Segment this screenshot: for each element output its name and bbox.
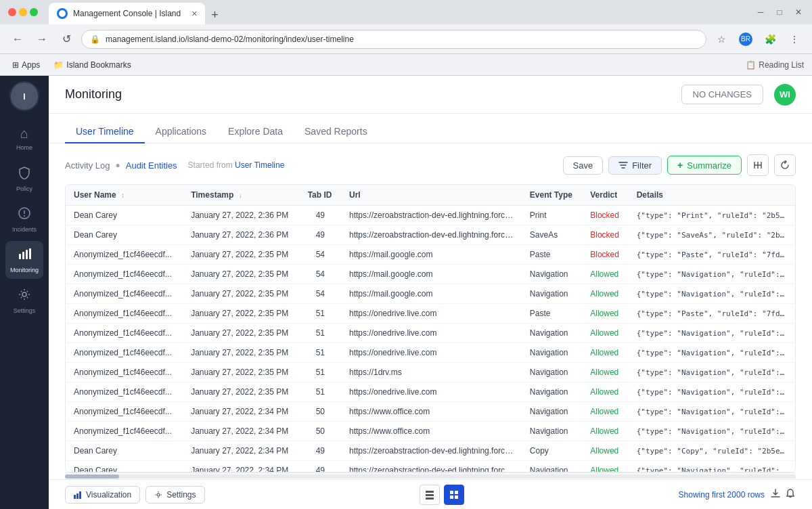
page-header: Monitoring NO CHANGES WI (49, 76, 812, 114)
summarize-label: Summarize (687, 160, 731, 171)
sidebar-item-home[interactable]: ⌂ Home (5, 119, 43, 157)
breadcrumb-started-label: Started from User Timeline (188, 160, 285, 170)
columns-icon-button[interactable] (747, 154, 769, 176)
no-changes-button[interactable]: NO CHANGES (681, 85, 763, 104)
cell-verdict: Allowed (582, 402, 628, 422)
table-header-row: User Name ↕ Timestamp ↓ Tab ID Url Event… (66, 185, 795, 206)
back-button[interactable]: ← (8, 30, 27, 49)
svg-rect-7 (22, 252, 24, 259)
refresh-button[interactable]: ↺ (57, 30, 76, 49)
svg-point-0 (59, 10, 66, 17)
window-close[interactable] (8, 8, 16, 16)
address-bar[interactable]: 🔒 management.island.io/island-demo-02/mo… (81, 30, 706, 49)
profile-icon[interactable]: BR (736, 30, 755, 49)
monitoring-icon (18, 247, 31, 264)
minimize-window-button[interactable]: ─ (755, 7, 766, 18)
scrollbar-thumb-h[interactable] (65, 474, 119, 479)
cell-verdict: Allowed (582, 461, 628, 473)
cell-event-type: Navigation (522, 422, 582, 441)
tab-applications[interactable]: Applications (145, 120, 218, 143)
svg-rect-9 (29, 248, 31, 259)
filter-button[interactable]: Filter (608, 156, 662, 175)
browser-tab[interactable]: Management Console | Island × (49, 3, 205, 24)
cell-url: https://www.office.com (341, 422, 522, 441)
tab-explore-data[interactable]: Explore Data (217, 120, 294, 143)
home-icon: ⌂ (20, 126, 28, 141)
footer-center (210, 485, 673, 505)
sidebar-item-settings[interactable]: Settings (5, 282, 43, 319)
svg-rect-15 (74, 495, 76, 499)
download-icon[interactable] (770, 488, 781, 501)
extensions-icon[interactable]: 🧩 (761, 30, 780, 49)
col-timestamp[interactable]: Timestamp ↓ (183, 185, 299, 206)
cell-details: {"type": "Navigation", "ruleId": "7fd9..… (629, 284, 795, 304)
cell-verdict: Allowed (582, 363, 628, 382)
col-event-type[interactable]: Event Type (522, 185, 582, 206)
sidebar-home-label: Home (16, 144, 32, 151)
table-footer: Visualization Settings Sho (49, 479, 812, 509)
settings-dots-icon[interactable]: ⋮ (785, 30, 804, 49)
new-tab-button[interactable]: + (205, 5, 224, 24)
cell-timestamp: January 27, 2022, 2:34 PM (183, 422, 299, 441)
cell-verdict: Allowed (582, 324, 628, 343)
breadcrumb-separator: ● (115, 160, 120, 170)
forward-button[interactable]: → (32, 30, 51, 49)
table-area: Activity Log ● Audit Entities Started fr… (49, 143, 812, 479)
col-tab-id[interactable]: Tab ID (300, 185, 341, 206)
breadcrumb-user-timeline-link[interactable]: User Timeline (235, 160, 284, 170)
apps-bookmark[interactable]: ⊞ Apps (8, 59, 44, 71)
cell-event-type: Navigation (522, 402, 582, 422)
svg-rect-20 (426, 494, 434, 496)
cell-details: {"type": "Navigation", "ruleId": "7fd9..… (629, 382, 795, 402)
col-verdict[interactable]: Verdict (582, 185, 628, 206)
columns-icon (753, 160, 763, 170)
notification-icon[interactable] (785, 488, 796, 501)
cell-event-type: Navigation (522, 461, 582, 473)
table-row: Dean Carey January 27, 2022, 2:36 PM 49 … (66, 206, 795, 225)
tab-title: Management Console | Island (73, 9, 181, 18)
visualization-button[interactable]: Visualization (65, 486, 140, 504)
cell-tab-id: 54 (300, 284, 341, 304)
cell-user-name: Dean Carey (66, 206, 183, 225)
window-minimize[interactable] (19, 8, 27, 16)
visualization-label: Visualization (86, 490, 131, 500)
table-row: Anonymized_f1cf46eecdf... January 27, 20… (66, 284, 795, 304)
breadcrumb-actions: Save Filter + Summarize (563, 154, 796, 176)
col-url[interactable]: Url (341, 185, 522, 206)
cell-verdict: Blocked (582, 245, 628, 265)
sidebar-item-incidents[interactable]: Incidents (5, 200, 43, 238)
tab-saved-reports[interactable]: Saved Reports (294, 120, 378, 143)
table-row: Anonymized_f1cf46eecdf... January 27, 20… (66, 245, 795, 265)
filter-icon (618, 160, 628, 170)
sidebar-item-monitoring[interactable]: Monitoring (5, 241, 43, 279)
sidebar-item-policy[interactable]: Policy (5, 160, 43, 198)
col-user-name[interactable]: User Name ↕ (66, 185, 183, 206)
user-avatar[interactable]: WI (774, 84, 796, 106)
cell-event-type: Navigation (522, 363, 582, 382)
save-button[interactable]: Save (563, 156, 604, 175)
breadcrumb-activity-log[interactable]: Activity Log (65, 160, 110, 171)
grid-view-button[interactable] (444, 485, 464, 505)
window-maximize[interactable] (30, 8, 38, 16)
cell-url: https://mail.google.com (341, 265, 522, 284)
cell-url: https://onedrive.live.com (341, 382, 522, 402)
incidents-icon (18, 206, 31, 223)
restore-window-button[interactable]: □ (774, 7, 785, 18)
cell-verdict: Allowed (582, 441, 628, 461)
breadcrumb-audit-entities[interactable]: Audit Entities (126, 160, 177, 171)
settings-button[interactable]: Settings (145, 486, 204, 504)
table-view-button[interactable] (420, 485, 440, 505)
bookmark-star-icon[interactable]: ☆ (712, 30, 731, 49)
island-bookmarks[interactable]: 📁 Island Bookmarks (49, 59, 135, 71)
summarize-button[interactable]: + Summarize (667, 156, 742, 175)
table-row: Dean Carey January 27, 2022, 2:34 PM 49 … (66, 441, 795, 461)
svg-rect-23 (455, 491, 458, 494)
cell-details: {"type": "Paste", "ruleId": "7fd9a890... (629, 245, 795, 265)
horizontal-scrollbar[interactable] (65, 472, 796, 479)
close-window-button[interactable]: ✕ (793, 7, 804, 18)
refresh-table-button[interactable] (774, 154, 796, 176)
col-details[interactable]: Details (629, 185, 795, 206)
tab-user-timeline[interactable]: User Timeline (65, 120, 145, 143)
cell-timestamp: January 27, 2022, 2:35 PM (183, 304, 299, 324)
tab-close-icon[interactable]: × (191, 8, 197, 19)
